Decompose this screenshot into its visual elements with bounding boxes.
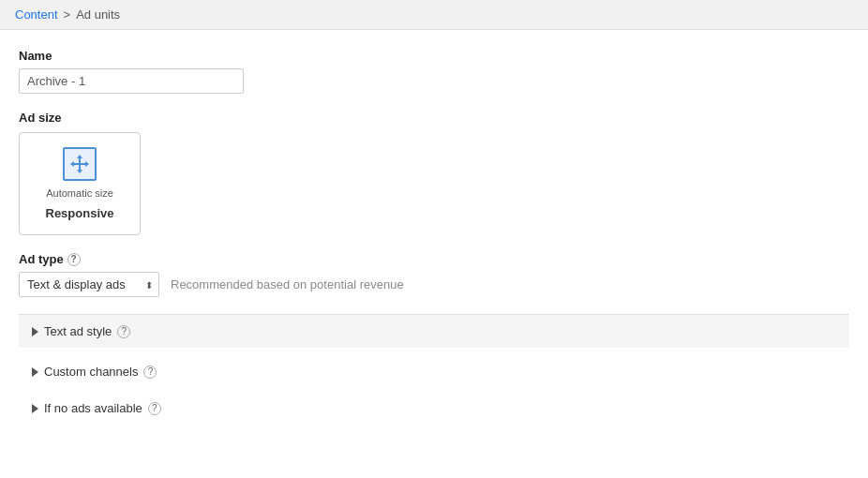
svg-marker-2 (77, 155, 82, 158)
main-content: Name Ad size Automatic size Responsive A (0, 30, 868, 445)
text-ad-style-title: Text ad style (44, 324, 112, 338)
expand-icon-custom-channels (32, 367, 38, 377)
ad-type-help-icon[interactable]: ? (67, 253, 81, 266)
if-no-ads-header[interactable]: If no ads available ? (19, 392, 675, 425)
custom-channels-title: Custom channels (44, 365, 138, 379)
text-ad-style-wrapper: Text ad style ? (19, 314, 849, 348)
svg-marker-4 (70, 161, 74, 167)
ad-type-select[interactable]: Text & display ads Display ads only Text… (19, 272, 159, 297)
expand-icon-text-ad (32, 327, 38, 336)
name-section: Name (19, 49, 849, 94)
recommendation-text: Recommended based on potential revenue (171, 277, 404, 291)
custom-channels-help-icon[interactable]: ? (143, 366, 157, 379)
text-ad-style-section: Text ad style ? (19, 314, 849, 348)
breadcrumb: Content > Ad units (0, 0, 868, 30)
name-input[interactable] (19, 68, 244, 94)
responsive-icon (63, 147, 97, 181)
custom-channels-wrapper: Custom channels ? (19, 355, 849, 388)
ad-type-row: Text & display ads Display ads only Text… (19, 272, 849, 297)
svg-marker-5 (85, 161, 89, 167)
breadcrumb-link[interactable]: Content (15, 7, 58, 22)
breadcrumb-separator: > (64, 7, 71, 22)
if-no-ads-help-icon[interactable]: ? (148, 402, 161, 415)
ad-size-auto-label: Automatic size (46, 187, 113, 200)
ad-type-section: Ad type ? Text & display ads Display ads… (19, 252, 849, 297)
text-ad-style-help-icon[interactable]: ? (117, 325, 130, 338)
ad-type-label: Ad type ? (19, 252, 849, 266)
ad-size-section: Ad size Automatic size Responsive (19, 111, 849, 235)
breadcrumb-current: Ad units (76, 7, 120, 22)
expand-icon-if-no-ads (32, 404, 38, 413)
name-label: Name (19, 49, 849, 63)
svg-marker-3 (77, 170, 82, 173)
ad-size-type-label: Responsive (46, 206, 114, 220)
ad-size-box[interactable]: Automatic size Responsive (19, 132, 141, 235)
text-ad-style-header[interactable]: Text ad style ? (19, 315, 675, 348)
if-no-ads-title: If no ads available (44, 401, 142, 415)
if-no-ads-wrapper: If no ads available ? (19, 392, 849, 425)
custom-channels-header[interactable]: Custom channels ? (19, 355, 675, 388)
ad-type-select-wrapper: Text & display ads Display ads only Text… (19, 272, 159, 297)
ad-size-label: Ad size (19, 111, 849, 125)
ad-type-text: Ad type (19, 252, 64, 266)
